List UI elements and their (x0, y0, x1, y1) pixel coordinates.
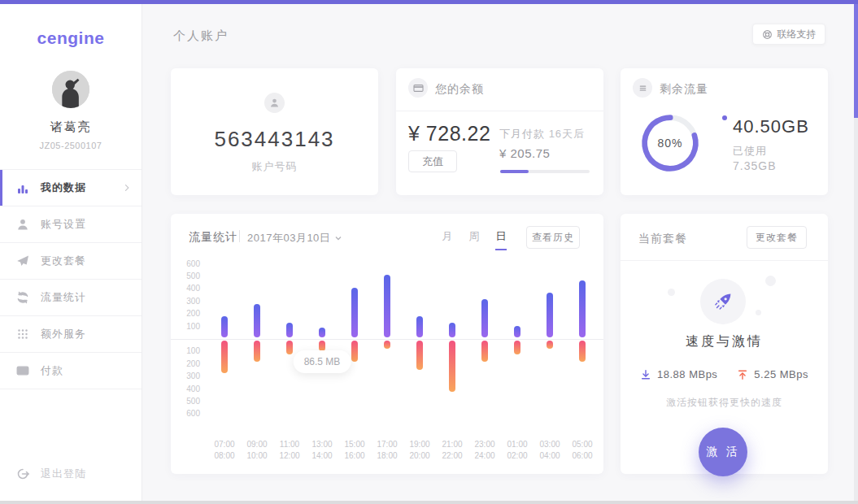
credit-card-icon (16, 364, 29, 377)
sidebar-item-label: 我的数据 (41, 180, 86, 195)
chart-bar-down-11:00[interactable] (286, 341, 293, 355)
user-avatar (52, 71, 89, 108)
traffic-chart-card: 流量统计 2017年03月10日 月周日 查看历史 60060050050040… (171, 214, 603, 474)
user-id: JZ05-2500107 (0, 141, 142, 150)
data-used-label: 已使用 (733, 144, 767, 159)
x-axis-label: 03:0004:00 (534, 439, 566, 462)
logout-icon (16, 467, 29, 480)
chart-bar-up-11:00[interactable] (286, 323, 293, 337)
sidebar: cengine 诸葛亮 JZ05-2500107 我的数据账号设置更改套餐流量统… (0, 4, 142, 501)
x-axis-label: 01:0002:00 (501, 439, 534, 462)
y-axis-tick: 400 (179, 385, 200, 394)
bullet-dot (722, 115, 727, 120)
top-accent-bar (0, 0, 858, 4)
chart-bar-down-09:00[interactable] (254, 341, 260, 362)
x-axis-label: 07:0008:00 (208, 439, 241, 462)
x-axis-label: 13:0014:00 (306, 439, 338, 462)
chart-bar-down-01:00[interactable] (514, 341, 520, 355)
chart-bar-down-19:00[interactable] (416, 341, 423, 371)
y-axis-tick: 200 (179, 309, 200, 319)
chart-bar-up-21:00[interactable] (449, 323, 455, 337)
chart-bar-up-19:00[interactable] (416, 316, 423, 338)
recharge-button[interactable]: 充值 (408, 150, 457, 172)
divider (396, 111, 603, 111)
sidebar-menu: 我的数据账号设置更改套餐流量统计额外服务付款 (0, 169, 142, 389)
scrollbar-thumb[interactable] (854, 4, 858, 118)
chart-bar-down-05:00[interactable] (579, 341, 586, 362)
next-payment-amount: ¥ 205.75 (499, 146, 550, 160)
grid-icon (16, 328, 29, 341)
chart-bar-down-15:00[interactable] (351, 341, 358, 362)
y-axis-tick: 300 (179, 297, 200, 306)
logout-button[interactable]: 退出登陆 (0, 467, 86, 481)
y-axis-tick: 500 (179, 397, 200, 406)
rocket-badge (700, 279, 746, 324)
x-axis-label: 23:0024:00 (468, 439, 501, 462)
sidebar-item-grid[interactable]: 额外服务 (0, 316, 142, 353)
change-plan-button[interactable]: 更改套餐 (747, 226, 807, 249)
remaining-data-title: 剩余流量 (660, 82, 708, 97)
data-percent: 80% (639, 112, 701, 174)
sidebar-item-bar-chart[interactable]: 我的数据 (0, 170, 142, 206)
lifesaver-icon (762, 29, 773, 40)
download-speed: 18.88 MBps (640, 368, 717, 380)
payment-progress-bar (500, 170, 590, 173)
sidebar-item-refresh[interactable]: 流量统计 (0, 280, 142, 316)
chart-bar-down-21:00[interactable] (449, 341, 455, 392)
y-axis-tick: 100 (179, 346, 200, 356)
upload-speed: 5.25 MBps (737, 368, 808, 380)
chart-bar-up-15:00[interactable] (351, 288, 358, 338)
activate-button[interactable]: 激 活 (699, 428, 747, 476)
balance-card: 您的余额 ¥ 728.22 充值 下月付款 16天后 ¥ 205.75 (396, 68, 603, 195)
next-payment-label: 下月付款 16天后 (499, 127, 585, 141)
divider (621, 260, 828, 261)
chart-bar-up-03:00[interactable] (547, 293, 553, 337)
support-button[interactable]: 联络支持 (752, 24, 825, 45)
paper-plane-icon (16, 254, 29, 267)
chart-bar-down-17:00[interactable] (384, 341, 390, 350)
bar-chart: 60060050050040040030030020020010010007:0… (171, 214, 603, 474)
user-name: 诸葛亮 (0, 119, 142, 135)
download-icon (640, 369, 651, 380)
chart-bar-down-23:00[interactable] (481, 341, 488, 362)
person-icon (264, 93, 285, 113)
x-axis-label: 05:0006:00 (566, 439, 599, 462)
chart-bar-up-05:00[interactable] (579, 280, 586, 338)
y-axis-tick: 500 (179, 272, 200, 281)
sidebar-item-label: 流量统计 (41, 290, 86, 305)
remaining-data-card: 剩余流量 80% 40.50GB 已使用 7.35GB (621, 68, 828, 195)
rocket-icon (712, 291, 734, 312)
chart-bar-up-09:00[interactable] (254, 304, 260, 338)
data-used: 7.35GB (733, 159, 776, 172)
chart-tooltip: 86.5 MB (294, 350, 351, 373)
y-axis-tick: 100 (179, 322, 200, 332)
chart-bar-down-03:00[interactable] (547, 341, 553, 350)
sidebar-item-label: 付款 (41, 363, 63, 378)
chart-bar-down-07:00[interactable] (221, 341, 228, 373)
decorative-dot (765, 276, 776, 286)
sidebar-item-credit-card[interactable]: 付款 (0, 353, 142, 389)
x-axis-label: 19:0020:00 (403, 439, 436, 462)
chart-bar-up-17:00[interactable] (384, 275, 390, 338)
chart-bar-up-01:00[interactable] (514, 326, 520, 338)
y-axis-tick: 400 (179, 284, 200, 293)
sidebar-item-paper-plane[interactable]: 更改套餐 (0, 243, 142, 280)
y-axis-tick: 600 (179, 409, 200, 419)
bar-chart-icon (16, 181, 29, 194)
chart-bar-down-13:00[interactable] (319, 341, 325, 351)
sidebar-item-label: 账号设置 (41, 217, 86, 232)
chart-bar-up-07:00[interactable] (221, 316, 228, 337)
data-remaining: 40.50GB (733, 116, 809, 137)
decorative-dot (668, 289, 675, 296)
chart-bar-up-13:00[interactable] (319, 328, 325, 337)
scrollbar-track[interactable] (854, 4, 858, 501)
chevron-right-icon (122, 183, 132, 193)
balance-title: 您的余额 (435, 82, 484, 97)
sidebar-item-user[interactable]: 账号设置 (0, 206, 142, 243)
person-photo-silhouette (52, 71, 89, 108)
chart-bar-up-23:00[interactable] (481, 299, 488, 338)
sidebar-item-label: 更改套餐 (41, 254, 86, 268)
account-number-label: 账户号码 (171, 159, 378, 174)
upload-icon (737, 369, 748, 380)
brand-logo[interactable]: cengine (0, 28, 142, 48)
